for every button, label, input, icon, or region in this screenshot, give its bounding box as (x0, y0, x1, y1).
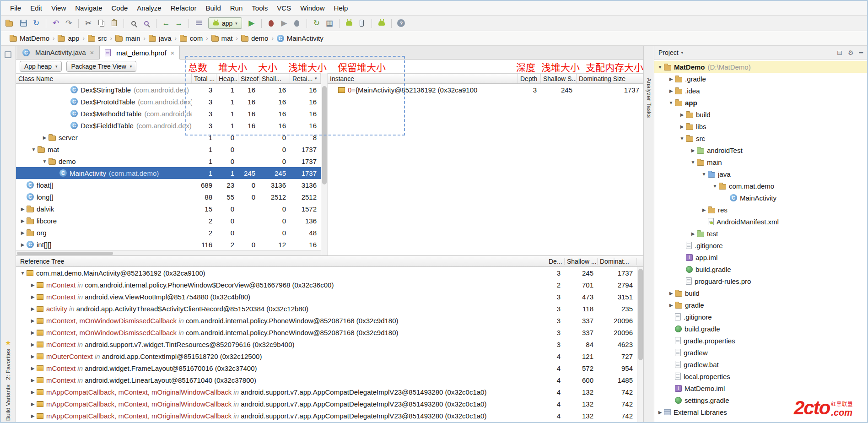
heap-select[interactable]: App heap ▾ (20, 61, 62, 72)
menu-item-analyze[interactable]: Analyze (132, 2, 166, 14)
hide-panel-icon[interactable]: ━ (859, 49, 863, 56)
project-row-build[interactable]: ▶build (654, 108, 867, 120)
project-view-select[interactable]: Project (658, 49, 679, 56)
expand-arrow-icon[interactable]: ▶ (29, 401, 37, 407)
expand-arrow-icon[interactable]: ▶ (29, 306, 37, 311)
project-row-com.mat.demo[interactable]: ▼com.mat.demo (654, 180, 867, 192)
column-instance[interactable]: Instance (328, 74, 518, 83)
class-row[interactable]: ▶libcore200136 (16, 215, 321, 227)
expand-arrow-icon[interactable]: ▶ (689, 148, 697, 153)
reference-row[interactable]: ▶mAppCompatCallback, mContext, mOriginal… (16, 386, 643, 398)
replace-icon[interactable] (140, 17, 152, 29)
run-icon[interactable]: ▶ (246, 17, 258, 29)
breadcrumb-mat[interactable]: mat (210, 33, 234, 43)
menu-item-tools[interactable]: Tools (247, 2, 272, 14)
expand-arrow-icon[interactable]: ▶ (29, 366, 37, 371)
expand-arrow-icon[interactable]: ▶ (29, 294, 37, 299)
close-icon[interactable]: × (90, 49, 94, 56)
project-row-androidmanifest.xml[interactable]: AndroidManifest.xml (654, 216, 867, 228)
expand-arrow-icon[interactable]: ▶ (656, 410, 664, 415)
expand-arrow-icon[interactable]: ▶ (700, 207, 708, 212)
build-variants-tool-button[interactable]: Build Variants (5, 385, 11, 421)
project-row-mainactivity[interactable]: CMainActivity (654, 192, 867, 204)
undo-icon[interactable]: ↶ (50, 17, 62, 29)
expand-arrow-icon[interactable]: ▶ (19, 230, 27, 235)
project-row-java[interactable]: ▼java (654, 168, 867, 180)
breadcrumb-app[interactable]: app (56, 33, 81, 43)
class-row[interactable]: ▶Cint[][]116201216 (16, 239, 321, 250)
analyzer-tasks-tool-button[interactable]: Analyzer Tasks (646, 78, 652, 118)
expand-arrow-icon[interactable]: ▶ (19, 242, 27, 247)
reference-row[interactable]: ▶mAppCompatCallback, mContext, mOriginal… (16, 398, 643, 410)
project-row-matdemo[interactable]: ▼MatDemo(D:\MatDemo) (654, 61, 867, 73)
class-row[interactable]: CDex$StringTable(com.android.dex)3116161… (16, 84, 321, 96)
expand-arrow-icon[interactable]: ▶ (667, 303, 675, 308)
reference-row[interactable]: ▶mContext in android.widget.FrameLayout@… (16, 362, 643, 374)
class-row[interactable]: ▶org20048 (16, 227, 321, 239)
project-row-build.gradle[interactable]: build.gradle (654, 263, 867, 275)
collapse-all-icon[interactable]: ⊟ (837, 49, 842, 56)
gradle-sync-icon[interactable]: ↻ (311, 17, 323, 29)
breadcrumb-mainactivity[interactable]: CMainActivity (275, 33, 325, 43)
editor-tab-mat_demo.hprof[interactable]: mat_demo.hprof× (99, 46, 180, 60)
menu-item-navigate[interactable]: Navigate (70, 2, 107, 14)
column-shallow[interactable]: Shall... (259, 74, 290, 83)
project-row-app[interactable]: ▼app (654, 97, 867, 108)
expand-arrow-icon[interactable]: ▶ (29, 330, 37, 335)
breadcrumb-java[interactable]: java (147, 33, 173, 43)
make-project-icon[interactable] (193, 17, 205, 29)
instance-row[interactable]: 0 = {MainActivity@852136192 (0x32ca91003… (328, 84, 643, 96)
class-row[interactable]: CDex$FieldIdTable(com.android.dex)311616… (16, 119, 321, 131)
expand-arrow-icon[interactable]: ▶ (29, 282, 37, 287)
expand-arrow-icon[interactable]: ▶ (29, 318, 37, 323)
column-depth[interactable]: Depth (518, 74, 541, 83)
reference-row[interactable]: ▶mContext in android.widget.LinearLayout… (16, 374, 643, 386)
editor-tab-mainactivity.java[interactable]: CMainActivity.java× (17, 46, 99, 59)
menu-item-code[interactable]: Code (107, 2, 132, 14)
column-shallow-size[interactable]: Shallow S... (541, 74, 577, 83)
collapse-arrow-icon[interactable]: ▼ (19, 271, 27, 276)
expand-arrow-icon[interactable]: ▶ (689, 231, 697, 236)
expand-arrow-icon[interactable]: ▶ (667, 88, 675, 93)
class-row[interactable]: ▶dalvik15001572 (16, 203, 321, 215)
breadcrumb-matdemo[interactable]: MatDemo (8, 33, 51, 43)
breadcrumb-main[interactable]: main (114, 33, 142, 43)
collapse-arrow-icon[interactable]: ▼ (711, 184, 719, 189)
expand-arrow-icon[interactable]: ▶ (29, 413, 37, 418)
reference-row[interactable]: ▶mAppCompatCallback, mContext, mOriginal… (16, 410, 643, 422)
column-depth[interactable]: De... (546, 258, 565, 265)
synchronize-icon[interactable]: ↻ (30, 17, 42, 29)
class-row[interactable]: ▼demo1001737 (16, 155, 321, 167)
project-row-.gradle[interactable]: ▶.gradle (654, 73, 867, 85)
collapse-arrow-icon[interactable]: ▼ (30, 147, 38, 152)
scrollbar-thumb[interactable] (17, 252, 113, 255)
coverage-icon[interactable]: ▶ (278, 17, 290, 29)
project-row-build.gradle[interactable]: build.gradle (654, 323, 867, 335)
run-config-select[interactable]: app▾ (208, 17, 242, 29)
project-row-build[interactable]: ▶build (654, 287, 867, 299)
collapse-arrow-icon[interactable]: ▼ (667, 100, 675, 105)
collapse-arrow-icon[interactable]: ▼ (678, 136, 686, 141)
avd-manager-icon[interactable] (356, 17, 368, 29)
menu-item-vcs[interactable]: VCS (272, 2, 296, 14)
menu-item-edit[interactable]: Edit (26, 2, 47, 14)
expand-arrow-icon[interactable]: ▶ (19, 206, 27, 212)
expand-arrow-icon[interactable]: ▶ (678, 124, 686, 129)
open-project-icon[interactable] (5, 17, 16, 29)
class-row[interactable]: CDex$MethodIdTable(com.android.dex)31161… (16, 108, 321, 119)
project-row-matdemo.iml[interactable]: IMatDemo.iml (654, 382, 867, 394)
class-row[interactable]: Clong[]8855025122512 (16, 191, 321, 203)
tool-window-icon[interactable] (5, 51, 11, 58)
menu-item-run[interactable]: Run (226, 2, 248, 14)
expand-arrow-icon[interactable]: ▶ (678, 112, 686, 117)
collapse-arrow-icon[interactable]: ▼ (41, 159, 49, 164)
menu-item-help[interactable]: Help (329, 2, 353, 14)
project-row-test[interactable]: ▶test (654, 228, 867, 239)
reference-row[interactable]: ▶mContext, mOnWindowDismissedCallback in… (16, 326, 643, 338)
project-row-gradle[interactable]: ▶gradle (654, 299, 867, 311)
expand-arrow-icon[interactable]: ▶ (19, 218, 27, 223)
forward-icon[interactable]: → (173, 17, 185, 29)
reference-row[interactable]: ▶mContext, mOnWindowDismissedCallback in… (16, 315, 643, 326)
scrollbar-thumb[interactable] (638, 269, 643, 360)
expand-arrow-icon[interactable]: ▶ (41, 135, 49, 140)
